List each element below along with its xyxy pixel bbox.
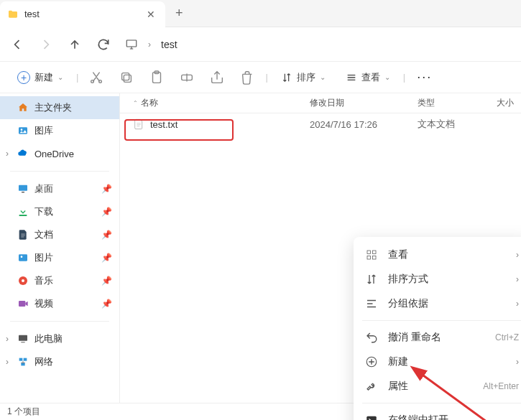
context-item-terminal[interactable]: 在终端中打开 [354, 408, 521, 420]
divider [10, 321, 109, 322]
sidebar-item-label: 主文件夹 [34, 101, 72, 114]
folder-icon [7, 9, 19, 20]
sidebar-item-label: 此电脑 [34, 332, 63, 345]
chevron-right-icon: › [516, 357, 519, 367]
svg-rect-21 [367, 256, 371, 260]
network-icon [17, 356, 29, 368]
pin-icon: 📌 [101, 230, 112, 240]
svg-rect-19 [367, 251, 371, 254]
monitor-icon [125, 38, 138, 51]
column-date[interactable]: 修改日期 [310, 97, 418, 109]
breadcrumb-item[interactable]: test [161, 39, 177, 50]
sidebar-item-label: 网络 [34, 355, 53, 368]
sidebar-item-downloads[interactable]: 下载 📌 [0, 200, 119, 223]
toolbar: + 新建 ⌄ | | 排序 ⌄ 查看 ⌄ | ··· [0, 62, 521, 93]
svg-rect-14 [19, 301, 25, 307]
sidebar-item-music[interactable]: 音乐 📌 [0, 269, 119, 292]
pin-icon: 📌 [101, 207, 112, 217]
svg-rect-0 [126, 40, 137, 47]
copy-icon[interactable] [119, 70, 134, 85]
column-type[interactable]: 类型 [418, 97, 497, 109]
svg-rect-20 [373, 251, 377, 254]
sidebar-item-label: 文档 [34, 228, 53, 241]
music-icon [17, 275, 29, 286]
pin-icon: 📌 [101, 253, 112, 263]
onedrive-icon [17, 148, 29, 159]
sidebar-item-gallery[interactable]: 图库 [0, 119, 119, 142]
sort-icon [365, 273, 378, 286]
svg-rect-10 [19, 254, 27, 261]
file-list: ⌃名称 修改日期 类型 大小 test.txt 2024/7/16 17:26 … [120, 93, 521, 403]
more-button[interactable]: ··· [411, 67, 438, 88]
group-icon [365, 297, 378, 310]
context-menu: 查看 › 排序方式 › 分组依据 › 撤消 重命名 Ctrl+Z 新建 [354, 237, 521, 420]
file-name: test.txt [150, 119, 177, 130]
context-item-view[interactable]: 查看 › [354, 243, 521, 267]
column-size[interactable]: 大小 [497, 97, 514, 109]
divider: | [403, 72, 405, 83]
pictures-icon [17, 252, 29, 263]
svg-rect-2 [122, 73, 129, 80]
context-item-group[interactable]: 分组依据 › [354, 291, 521, 316]
divider [362, 403, 521, 403]
refresh-button[interactable] [96, 37, 111, 52]
column-name[interactable]: ⌃名称 [133, 97, 310, 109]
status-text: 1 个项目 [7, 406, 40, 418]
svg-point-13 [22, 279, 24, 282]
document-icon [17, 229, 29, 241]
sidebar-item-desktop[interactable]: 桌面 📌 [0, 177, 119, 200]
computer-icon [17, 333, 29, 345]
pin-icon: 📌 [101, 184, 112, 194]
video-icon [17, 298, 29, 309]
list-icon [346, 72, 357, 83]
sidebar-item-documents[interactable]: 文档 📌 [0, 223, 119, 246]
sidebar-item-network[interactable]: 网络 [0, 350, 119, 373]
new-tab-button[interactable]: + [165, 6, 193, 21]
svg-rect-1 [124, 75, 132, 82]
sidebar-item-home[interactable]: 主文件夹 [0, 96, 119, 119]
sidebar-item-thispc[interactable]: 此电脑 [0, 327, 119, 350]
pin-icon: 📌 [101, 276, 112, 286]
paste-icon[interactable] [149, 70, 165, 85]
svg-rect-17 [24, 358, 27, 361]
sidebar-item-onedrive[interactable]: OneDrive [0, 142, 119, 165]
rename-icon[interactable] [179, 70, 195, 85]
delete-icon[interactable] [239, 70, 255, 85]
breadcrumb[interactable]: › test [125, 38, 511, 51]
close-icon[interactable]: ✕ [147, 9, 155, 20]
context-item-properties[interactable]: 属性 Alt+Enter [354, 374, 521, 398]
up-button[interactable] [68, 37, 82, 52]
context-item-new[interactable]: 新建 › [354, 350, 521, 374]
file-row[interactable]: test.txt 2024/7/16 17:26 文本文档 [120, 113, 521, 135]
cut-icon[interactable] [88, 70, 104, 85]
sidebar-item-label: 桌面 [34, 182, 53, 195]
svg-rect-16 [19, 358, 23, 361]
share-icon[interactable] [209, 70, 225, 85]
sidebar-item-videos[interactable]: 视频 📌 [0, 292, 119, 315]
divider [10, 171, 109, 172]
sidebar-item-label: 音乐 [34, 274, 53, 287]
view-button[interactable]: 查看 ⌄ [338, 68, 397, 87]
chevron-right-icon: › [148, 39, 151, 50]
divider [362, 320, 521, 321]
svg-rect-24 [366, 416, 377, 420]
home-icon [17, 102, 29, 113]
sort-button[interactable]: 排序 ⌄ [274, 68, 333, 87]
tab[interactable]: test ✕ [0, 1, 165, 27]
sidebar-item-pictures[interactable]: 图片 📌 [0, 246, 119, 269]
new-button-label: 新建 [34, 71, 53, 84]
navbar: › test [0, 27, 521, 62]
forward-button[interactable] [39, 37, 53, 52]
chevron-right-icon: › [516, 299, 519, 309]
sidebar: 主文件夹 图库 OneDrive 桌面 📌 下载 📌 文档 📌 图片 [0, 93, 120, 403]
svg-point-11 [21, 256, 23, 258]
new-button[interactable]: + 新建 ⌄ [10, 68, 70, 87]
context-item-sort[interactable]: 排序方式 › [354, 267, 521, 291]
file-date: 2024/7/16 17:26 [310, 119, 418, 130]
svg-rect-8 [19, 185, 27, 191]
sidebar-item-label: 下载 [34, 205, 53, 218]
terminal-icon [365, 414, 378, 420]
context-item-undo[interactable]: 撤消 重命名 Ctrl+Z [354, 325, 521, 350]
back-button[interactable] [10, 37, 24, 52]
divider: | [265, 72, 267, 83]
